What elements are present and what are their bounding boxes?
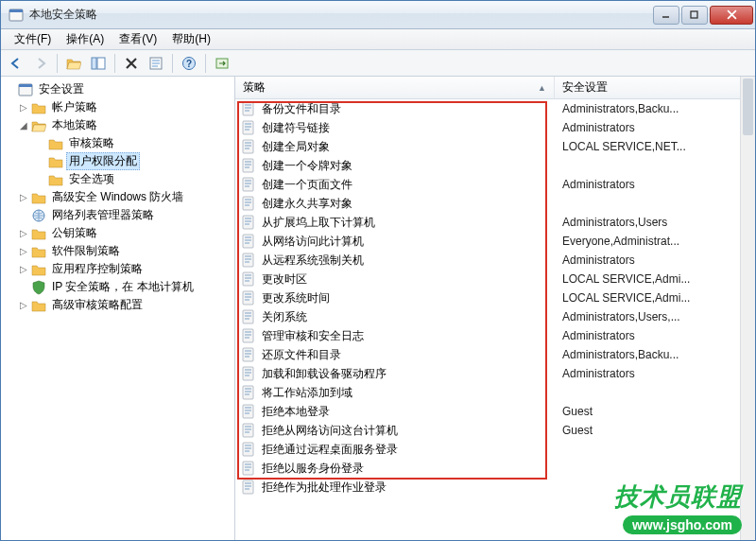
policy-row[interactable]: 更改系统时间LOCAL SERVICE,Admi...	[235, 288, 755, 307]
policy-name: 关闭系统	[262, 309, 307, 325]
policy-name: 更改时区	[262, 271, 307, 288]
policy-setting: Administrators,Backu...	[555, 102, 755, 115]
menu-help[interactable]: 帮助(H)	[164, 31, 218, 47]
policy-row[interactable]: 关闭系统Administrators,Users,...	[235, 307, 755, 326]
policy-name: 更改系统时间	[262, 290, 330, 306]
properties-button[interactable]	[145, 52, 167, 75]
policy-row[interactable]: 拒绝以服务身份登录	[235, 459, 755, 478]
policy-icon	[241, 404, 256, 419]
policy-name: 创建全局对象	[262, 139, 330, 155]
policy-icon	[241, 480, 256, 495]
watermark-url: www.jsgho.com	[623, 515, 742, 534]
help-button[interactable]: ?	[178, 52, 200, 75]
policy-row[interactable]: 更改时区LOCAL SERVICE,Admi...	[235, 270, 755, 288]
policy-row[interactable]: 从扩展坞上取下计算机Administrators,Users	[235, 213, 755, 232]
policy-row[interactable]: 创建符号链接Administrators	[235, 118, 755, 137]
policy-row[interactable]: 从远程系统强制关机Administrators	[235, 251, 755, 270]
policy-icon	[241, 215, 256, 230]
tree-account-policies[interactable]: ▷帐户策略	[1, 98, 234, 116]
policy-name: 创建一个页面文件	[262, 177, 352, 193]
tree-label: 公钥策略	[49, 224, 100, 242]
policy-row[interactable]: 加载和卸载设备驱动程序Administrators	[235, 364, 755, 383]
window-title: 本地安全策略	[29, 7, 653, 23]
menu-action[interactable]: 操作(A)	[59, 31, 112, 47]
policy-icon	[241, 196, 256, 211]
policy-icon	[241, 366, 256, 381]
expand-icon[interactable]: ▷	[18, 228, 29, 238]
expand-icon[interactable]: ▷	[18, 264, 29, 274]
tree-root[interactable]: 安全设置	[1, 80, 234, 98]
tree-ipsec[interactable]: IP 安全策略，在 本地计算机	[1, 278, 234, 296]
collapse-icon[interactable]: ◢	[18, 120, 29, 131]
up-button[interactable]	[62, 52, 85, 75]
policy-icon	[241, 234, 256, 249]
tree-label: 高级审核策略配置	[49, 296, 146, 314]
svg-text:?: ?	[186, 59, 192, 69]
list-body[interactable]: 备份文件和目录Administrators,Backu...创建符号链接Admi…	[235, 99, 755, 540]
list-pane: 策略▲ 安全设置 备份文件和目录Administrators,Backu...创…	[235, 77, 755, 540]
menu-view[interactable]: 查看(V)	[112, 31, 164, 47]
policy-icon	[241, 309, 256, 324]
policy-row[interactable]: 创建永久共享对象	[235, 194, 755, 213]
tree-nlm[interactable]: 网络列表管理器策略	[1, 206, 234, 224]
tree-label: 高级安全 Windows 防火墙	[49, 188, 186, 206]
tree-label: 用户权限分配	[66, 152, 140, 170]
tree-audit-policy[interactable]: 审核策略	[1, 134, 234, 152]
policy-setting: Administrators,Users,...	[555, 310, 755, 323]
policy-icon	[241, 253, 256, 268]
tree-pane[interactable]: 安全设置 ▷帐户策略 ◢本地策略 审核策略 用户权限分配 安全选项 ▷高级安全 …	[1, 77, 235, 540]
tree-wfas[interactable]: ▷高级安全 Windows 防火墙	[1, 188, 234, 206]
close-button[interactable]	[710, 6, 753, 25]
policy-row[interactable]: 还原文件和目录Administrators,Backu...	[235, 345, 755, 364]
toolbar: ?	[1, 50, 755, 77]
policy-row[interactable]: 拒绝本地登录Guest	[235, 402, 755, 421]
policy-name: 从扩展坞上取下计算机	[262, 215, 375, 231]
policy-name: 拒绝以服务身份登录	[262, 461, 364, 477]
policy-setting: LOCAL SERVICE,Admi...	[555, 272, 755, 286]
forward-button[interactable]	[29, 52, 52, 75]
policy-setting: Administrators,Users	[555, 216, 755, 229]
policy-icon	[241, 290, 256, 305]
policy-name: 创建一个令牌对象	[262, 158, 352, 174]
tree-label: 网络列表管理器策略	[49, 206, 157, 224]
window-buttons	[653, 6, 755, 25]
policy-row[interactable]: 创建全局对象LOCAL SERVICE,NET...	[235, 137, 755, 156]
vertical-scrollbar[interactable]	[740, 77, 755, 540]
app-icon	[9, 8, 24, 23]
policy-row[interactable]: 拒绝从网络访问这台计算机Guest	[235, 421, 755, 440]
policy-row[interactable]: 拒绝通过远程桌面服务登录	[235, 440, 755, 459]
tree-public-key[interactable]: ▷公钥策略	[1, 224, 234, 242]
expand-icon[interactable]: ▷	[18, 102, 29, 113]
policy-row[interactable]: 将工作站添加到域	[235, 383, 755, 402]
tree-security-options[interactable]: 安全选项	[1, 170, 234, 188]
tree-label: 安全选项	[66, 170, 117, 188]
back-button[interactable]	[5, 52, 27, 75]
expand-icon[interactable]: ▷	[18, 246, 29, 256]
show-hide-tree-button[interactable]	[87, 52, 110, 75]
maximize-button[interactable]	[681, 6, 708, 25]
policy-row[interactable]: 备份文件和目录Administrators,Backu...	[235, 99, 755, 118]
expand-icon[interactable]: ▷	[18, 300, 29, 310]
column-setting[interactable]: 安全设置	[555, 77, 755, 98]
policy-row[interactable]: 管理审核和安全日志Administrators	[235, 326, 755, 345]
tree-user-rights[interactable]: 用户权限分配	[1, 152, 234, 170]
tree-adv-audit[interactable]: ▷高级审核策略配置	[1, 296, 234, 314]
menu-file[interactable]: 文件(F)	[7, 31, 59, 47]
scrollbar-thumb[interactable]	[743, 79, 753, 135]
tree-app-control[interactable]: ▷应用程序控制策略	[1, 260, 234, 278]
minimize-button[interactable]	[653, 6, 679, 25]
tree-srp[interactable]: ▷软件限制策略	[1, 242, 234, 260]
policy-setting: Administrators	[555, 367, 755, 380]
policy-row[interactable]: 从网络访问此计算机Everyone,Administrat...	[235, 232, 755, 251]
policy-setting: Administrators	[555, 121, 755, 134]
expand-icon[interactable]: ▷	[18, 192, 29, 202]
column-policy[interactable]: 策略▲	[235, 77, 555, 98]
tree-local-policies[interactable]: ◢本地策略	[1, 116, 234, 134]
tree-label: 软件限制策略	[49, 242, 123, 260]
policy-row[interactable]: 创建一个页面文件Administrators	[235, 175, 755, 194]
policy-icon	[241, 139, 256, 154]
delete-button[interactable]	[120, 52, 143, 75]
policy-name: 创建永久共享对象	[262, 196, 352, 212]
policy-row[interactable]: 创建一个令牌对象	[235, 156, 755, 175]
export-button[interactable]	[211, 52, 233, 75]
